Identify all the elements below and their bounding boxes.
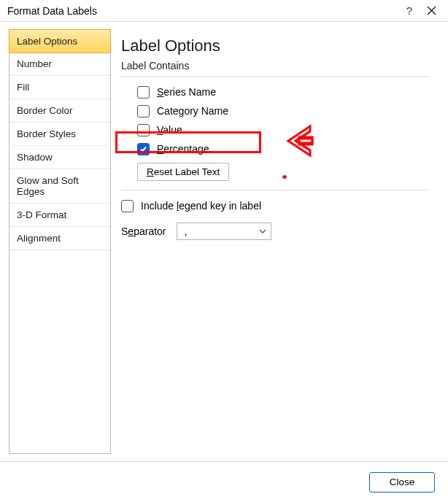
sidebar-item-label-options[interactable]: Label Options <box>9 29 111 53</box>
checkbox-include-legend-key[interactable] <box>121 200 134 212</box>
label-contains-group: Series Name Category Name Value Percenta… <box>121 82 429 158</box>
sidebar-item-3d-format[interactable]: 3-D Format <box>9 204 110 227</box>
checkbox-percentage[interactable] <box>137 143 150 155</box>
annotation-dot <box>282 175 287 179</box>
close-icon[interactable] <box>420 6 442 15</box>
sidebar-item-border-styles[interactable]: Border Styles <box>9 123 110 146</box>
separator-select[interactable]: , <box>177 223 271 240</box>
label-percentage: Percentage <box>157 143 209 155</box>
chevron-down-icon <box>259 229 266 233</box>
panel-heading: Label Options <box>121 36 429 55</box>
main-panel: Label Options Label Contains Series Name… <box>111 29 439 454</box>
sidebar: Label Options Number Fill Border Color B… <box>9 29 111 454</box>
checkbox-series-name[interactable] <box>137 86 150 99</box>
sidebar-item-shadow[interactable]: Shadow <box>9 146 110 169</box>
reset-label-text-button[interactable]: Reset Label Text <box>137 163 229 181</box>
divider <box>121 190 429 190</box>
sidebar-item-alignment[interactable]: Alignment <box>9 227 110 250</box>
close-button[interactable]: Close <box>369 472 435 493</box>
help-button[interactable]: ? <box>398 4 420 17</box>
checkbox-value[interactable] <box>137 124 150 136</box>
separator-label: Separator <box>121 225 166 237</box>
checkbox-category-name[interactable] <box>137 105 150 117</box>
sidebar-item-fill[interactable]: Fill <box>9 76 110 99</box>
label-series-name: Series Name <box>157 86 216 98</box>
dialog-title: Format Data Labels <box>7 5 398 17</box>
label-category-name: Category Name <box>157 105 228 117</box>
sidebar-item-border-color[interactable]: Border Color <box>9 99 110 123</box>
dialog-body: Label Options Number Fill Border Color B… <box>0 22 448 461</box>
titlebar: Format Data Labels ? <box>0 0 448 22</box>
label-value: Value <box>157 124 182 136</box>
label-contains-header: Label Contains <box>121 60 429 72</box>
footer-bar: Close <box>0 461 448 502</box>
sidebar-item-number[interactable]: Number <box>9 53 110 76</box>
sidebar-item-glow-soft-edges[interactable]: Glow and Soft Edges <box>9 169 110 204</box>
label-include-legend-key: Include legend key in label <box>141 200 261 212</box>
divider <box>121 76 429 77</box>
separator-value: , <box>185 225 188 237</box>
